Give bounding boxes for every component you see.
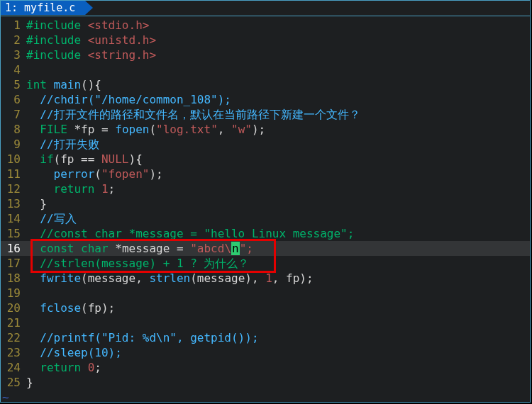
code-line[interactable]: 11 perror("fopen"); — [1, 167, 530, 181]
code-line[interactable]: 2 #include <unistd.h> — [1, 33, 530, 47]
line-number: 3 — [1, 47, 26, 62]
code-line[interactable]: 23 //sleep(10); — [1, 345, 530, 360]
code-line[interactable]: 6 //chdir("/home/common_108"); — [1, 92, 530, 107]
line-number: 6 — [1, 92, 26, 107]
line-number: 10 — [1, 152, 26, 167]
line-number: 15 — [1, 226, 26, 241]
line-number: 4 — [1, 62, 26, 77]
code-line[interactable]: 4 — [1, 62, 530, 77]
line-number: 22 — [1, 330, 26, 345]
line-number: 20 — [1, 301, 26, 315]
code-line[interactable]: 12 return 1; — [1, 181, 530, 196]
line-number: 7 — [1, 107, 26, 122]
code-line[interactable]: 3 #include <string.h> — [1, 47, 530, 62]
code-line[interactable]: 17 //strlen(message) + 1 ? 为什么？ — [1, 256, 530, 271]
code-line[interactable]: 7 //打开文件的路径和文件名，默认在当前路径下新建一个文件？ — [1, 107, 530, 122]
line-number: 18 — [1, 271, 26, 286]
line-number: 19 — [1, 286, 26, 301]
editor-window: 1: myfile.c 1 #include <stdio.h> 2 #incl… — [0, 0, 531, 403]
code-line[interactable]: 20 fclose(fp); — [1, 301, 530, 315]
code-line[interactable]: 24 return 0; — [1, 360, 530, 375]
line-number: 13 — [1, 196, 26, 211]
code-line[interactable]: 22 //printf("Pid: %d\n", getpid()); — [1, 330, 530, 345]
empty-line-tilde: ~ — [1, 390, 530, 404]
line-number: 25 — [1, 375, 26, 390]
line-number: 23 — [1, 345, 26, 360]
code-line[interactable]: 18 fwrite(message, strlen(message), 1, f… — [1, 271, 530, 286]
line-number: 21 — [1, 315, 26, 330]
line-number: 2 — [1, 33, 26, 47]
code-line[interactable]: 14 //写入 — [1, 211, 530, 226]
line-number: 1 — [1, 18, 26, 33]
code-line[interactable]: 9 //打开失败 — [1, 137, 530, 152]
code-line[interactable]: 13 } — [1, 196, 530, 211]
tab-bar: 1: myfile.c — [1, 1, 530, 16]
line-number: 12 — [1, 181, 26, 196]
line-number: 11 — [1, 167, 26, 181]
line-number: 17 — [1, 256, 26, 271]
code-line[interactable]: 15 //const char *message = "hello Linux … — [1, 226, 530, 241]
code-area[interactable]: 1 #include <stdio.h> 2 #include <unistd.… — [1, 16, 530, 404]
code-line[interactable]: 8 FILE *fp = fopen("log.txt", "w"); — [1, 122, 530, 137]
code-line[interactable]: 21 — [1, 315, 530, 330]
code-line[interactable]: 1 #include <stdio.h> — [1, 18, 530, 33]
code-line[interactable]: 25 } — [1, 375, 530, 390]
tab-label: 1: myfile.c — [5, 1, 75, 14]
tab-file-1[interactable]: 1: myfile.c — [1, 1, 85, 15]
line-number: 9 — [1, 137, 26, 152]
line-number: 5 — [1, 77, 26, 92]
line-number: 8 — [1, 122, 26, 137]
line-number: 24 — [1, 360, 26, 375]
code-line[interactable]: 5 int main(){ — [1, 77, 530, 92]
cursor: n — [231, 242, 240, 255]
code-line[interactable]: 10 if(fp == NULL){ — [1, 152, 530, 167]
code-line[interactable]: 19 — [1, 286, 530, 301]
line-number: 14 — [1, 211, 26, 226]
line-number: 16 — [1, 241, 26, 256]
code-line-current[interactable]: 16 const char *message = "abcd\n"; — [1, 241, 530, 256]
